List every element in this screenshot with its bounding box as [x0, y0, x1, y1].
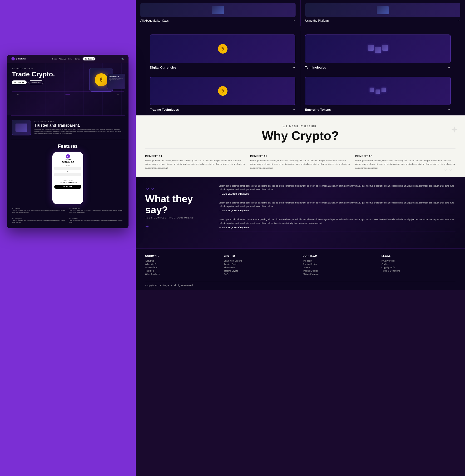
testimonial-item-1: Lorem ipsum dolor sit amet, consectetur … [219, 184, 455, 198]
learn-top-row: All About Market Caps → Using the Platfo… [136, 0, 465, 26]
learn-footer-digital: Digital Currencies → [150, 65, 295, 69]
footer-link-other-products[interactable]: Other Products [145, 273, 219, 275]
testimonials-deco-top: ⌄⌄ [145, 184, 212, 191]
learn-image-market-caps [140, 3, 296, 17]
footer-link-our-platform[interactable]: Our Platform [145, 266, 219, 269]
phone-from-input[interactable] [54, 167, 81, 170]
hero-image: ₿ Decentralized - 01 Lorem dolor sit ame… [89, 65, 125, 96]
footer-link-learn-experts[interactable]: Learn from Experts [224, 260, 298, 262]
nav-home[interactable]: Home [52, 58, 57, 60]
footer-copyright: Copyright 2021 Coinmyte Inc. All Rights … [145, 284, 193, 286]
learn-item-market-caps: All About Market Caps → [136, 0, 301, 26]
footer-link-what-we-do[interactable]: What We Do [145, 263, 219, 265]
feature-text-4: Lorem ipsum dolor sit amet, consectetur … [69, 220, 124, 223]
website-mockup: ● Coinmyte. Home About Us Swap Donate Ge… [7, 55, 128, 228]
footer-link-cookies[interactable]: Cookies [381, 263, 455, 265]
footer-link-about-us[interactable]: About Us [145, 260, 219, 262]
phone-from-label: From [54, 165, 81, 166]
tokens-boxes-icon [370, 88, 386, 94]
phone-total-value: 1.00 GC = 10,000,000 [54, 181, 81, 183]
footer-link-trading-experts[interactable]: Trading Experts [303, 270, 377, 272]
main-layout: ● Coinmyte. Home About Us Swap Donate Ge… [0, 0, 465, 476]
footer-link-trading-crypto[interactable]: Trading Crypto [224, 270, 298, 272]
learn-more-button[interactable]: LEARN MORE [29, 80, 43, 84]
testimonials-nav-icon[interactable]: ↓ [219, 236, 455, 241]
digital-coin-icon: ₿ [218, 44, 228, 53]
learn-item-trading: ₿ Trading Techniques → [145, 73, 300, 115]
benefit-text-2: Lorem ipsum dolor sit amet, consectetur … [250, 159, 350, 170]
nav-cta-button[interactable]: Get Started [83, 57, 95, 61]
mock-features-section: Features ● Coinmyte. EURO to GC From To … [7, 140, 128, 228]
nav-about[interactable]: About Us [59, 58, 66, 60]
benefit-title-2: BENEFIT 02 [250, 155, 350, 158]
footer-col-team: OUR TEAM The Team Trading Basics Careers… [303, 255, 377, 276]
trusted-title: Trusted and Transparent. [34, 123, 124, 127]
footer-col-title-coinmyte: COINMYTE [145, 255, 219, 257]
learn-image-tokens [305, 77, 451, 105]
learn-title-terminologies: Terminologies [305, 66, 326, 69]
prev-arrow-icon[interactable]: ← [17, 93, 19, 96]
learn-item-platform: Using the Platform → [301, 0, 465, 26]
learn-arrow-tokens[interactable]: → [447, 107, 451, 111]
footer-link-team-basics[interactable]: Trading Basics [303, 263, 377, 265]
footer-bottom: Copyright 2021 Coinmyte Inc. All Rights … [145, 281, 455, 286]
footer-link-faqs[interactable]: FAQs [224, 273, 298, 275]
small-card-text: Lorem dolor sit amet consectetur adipisc… [109, 78, 123, 82]
learn-title-market-caps: All About Market Caps [140, 19, 169, 22]
phone-total-label: YOUR TOTAL [54, 180, 81, 181]
learn-arrow-platform[interactable]: → [457, 19, 460, 22]
mock-nav: ● Coinmyte. Home About Us Swap Donate Ge… [7, 55, 128, 63]
trusted-tag: WHAT WE STAND FOR [34, 121, 124, 123]
learn-arrow-market-caps[interactable]: → [293, 19, 296, 22]
phone-logo-text: Coinmyte. [54, 159, 81, 160]
footer-col-legal: LEGAL Privacy Policy Cookies Copyright I… [381, 255, 455, 276]
benefit-item-3: BENEFIT 03 Lorem ipsum dolor sit amet, c… [355, 155, 455, 170]
logo-icon: ● [11, 57, 15, 61]
footer-col-title-team: OUR TEAM [303, 255, 377, 257]
learn-footer-trading: Trading Techniques → [150, 107, 295, 111]
why-crypto-title: Why Crypto? [145, 129, 455, 143]
footer-link-market[interactable]: The Market [224, 266, 298, 269]
trade-now-button[interactable]: TRADE NOW [54, 185, 81, 189]
feature-num-1: 01 - Versatile [12, 208, 67, 209]
footer-link-privacy[interactable]: Privacy Policy [381, 260, 455, 262]
learn-arrow-terminologies[interactable]: → [447, 65, 451, 69]
get-started-button[interactable]: GET STARTED [12, 80, 27, 84]
feature-num-3: 03 - Transparent [12, 218, 67, 219]
right-panel: All About Market Caps → Using the Platfo… [136, 0, 465, 476]
nav-swap[interactable]: Swap [68, 58, 73, 60]
footer-link-copyright[interactable]: Copyright Info [381, 266, 455, 269]
search-icon[interactable]: 🔍 [121, 58, 124, 60]
phone-logo: ● Coinmyte. [54, 154, 81, 160]
benefit-title-1: BENEFIT 01 [145, 155, 245, 158]
learn-arrow-digital[interactable]: → [292, 65, 295, 69]
feature-num-2: 02 - Easy to Use [69, 208, 124, 209]
phone-to-label: To [54, 171, 81, 173]
mock-trusted-section: WHAT WE STAND FOR Trusted and Transparen… [7, 116, 128, 140]
why-crypto-tag: WE MADE IT EASIER. [145, 125, 455, 128]
nav-donate[interactable]: Donate [75, 58, 80, 60]
phone-to-input[interactable] [54, 173, 81, 176]
testimonial-item-3: Lorem ipsum dolor sit amet, consectetur … [219, 218, 455, 232]
learn-title-platform: Using the Platform [305, 19, 329, 22]
footer-link-terms[interactable]: Terms & Conditions [381, 270, 455, 272]
features-grid: 01 - Versatile Lorem ipsum dolor sit ame… [12, 207, 124, 225]
trading-coin-icon: ₿ [218, 86, 228, 96]
small-card-title: Decentralized - 01 [109, 75, 123, 77]
footer-link-trading-basics[interactable]: Trading Basics [224, 263, 298, 265]
learn-footer-tokens: Emerging Tokens → [305, 107, 451, 111]
footer-link-blog[interactable]: The Blog [145, 270, 219, 272]
footer-link-the-team[interactable]: The Team [303, 260, 377, 262]
testimonial-text-1: Lorem ipsum dolor sit amet, consectetur … [219, 184, 455, 191]
learn-image-platform [305, 3, 460, 17]
footer-link-careers[interactable]: Careers [303, 266, 377, 269]
learn-item-terminologies: Terminologies → [300, 31, 455, 73]
learn-grid: ₿ Digital Currencies → [145, 31, 455, 115]
feature-item-4: 04 - Real Time Lorem ipsum dolor sit ame… [69, 217, 124, 225]
learn-footer-platform: Using the Platform → [305, 19, 460, 22]
learn-title-trading: Trading Techniques [150, 108, 179, 111]
footer-link-affiliate[interactable]: Affiliate Program [303, 273, 377, 275]
trusted-content: WHAT WE STAND FOR Trusted and Transparen… [34, 121, 124, 135]
learn-arrow-trading[interactable]: → [292, 107, 295, 111]
benefit-text-3: Lorem ipsum dolor sit amet, consectetur … [355, 159, 455, 170]
